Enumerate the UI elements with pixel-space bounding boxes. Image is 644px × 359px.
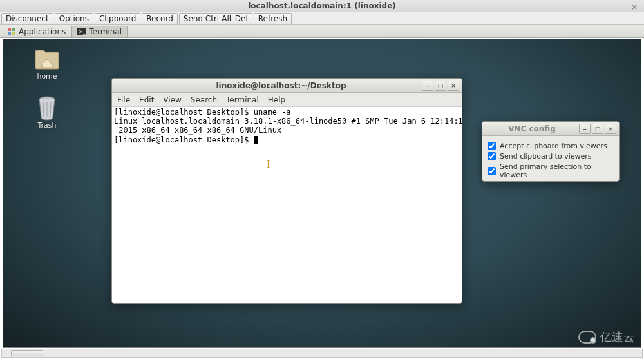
terminal-close-button[interactable]: × [448, 81, 459, 91]
terminal-line: Linux localhost.localdomain 3.18.1-x86_6… [114, 117, 462, 126]
home-label: home [26, 72, 68, 81]
trash-label: Trash [26, 121, 68, 130]
vnc-opt-accept-clipboard-checkbox[interactable] [488, 142, 496, 150]
remote-taskbar: Applications >_ Terminal [0, 25, 644, 38]
svg-rect-3 [12, 32, 15, 35]
vnc-opt-send-primary-checkbox[interactable] [488, 167, 496, 175]
refresh-button[interactable]: Refresh [254, 13, 292, 24]
svg-text:>_: >_ [79, 29, 86, 35]
svg-rect-0 [8, 28, 11, 31]
terminal-maximize-button[interactable]: □ [435, 81, 446, 91]
terminal-menu-edit[interactable]: Edit [139, 95, 154, 104]
vnc-config-window[interactable]: VNC config ‒ □ × Accept clipboard from v… [482, 121, 620, 182]
vnc-config-titlebar[interactable]: VNC config ‒ □ × [482, 122, 619, 136]
vnc-opt-send-primary-label: Send primary selection to viewers [500, 162, 614, 179]
terminal-minimize-button[interactable]: ‒ [422, 81, 433, 91]
terminal-icon: >_ [77, 27, 86, 36]
terminal-window[interactable]: linoxide@localhost:~/Desktop ‒ □ × File … [111, 78, 462, 304]
svg-rect-2 [8, 32, 11, 35]
applications-label: Applications [19, 27, 66, 36]
vnc-opt-send-primary[interactable]: Send primary selection to viewers [488, 162, 614, 179]
record-button[interactable]: Record [142, 13, 177, 24]
viewer-toolbar: Disconnect Options Clipboard Record Send… [0, 12, 644, 25]
desktop-icon-home[interactable]: home [26, 48, 68, 81]
vnc-config-title: VNC config [485, 124, 579, 133]
vnc-close-button[interactable]: × [605, 124, 616, 134]
vnc-opt-accept-clipboard-label: Accept clipboard from viewers [500, 142, 607, 150]
terminal-line: [linoxide@localhost Desktop]$ uname -a [114, 108, 291, 117]
terminal-cursor [254, 136, 258, 144]
taskbar-item-terminal[interactable]: >_ Terminal [71, 26, 128, 37]
svg-rect-1 [12, 28, 15, 31]
applications-menu-button[interactable]: Applications [1, 26, 71, 37]
vnc-opt-send-clipboard-label: Send clipboard to viewers [500, 152, 592, 160]
disconnect-button[interactable]: Disconnect [1, 13, 53, 24]
vnc-opt-send-clipboard[interactable]: Send clipboard to viewers [488, 152, 614, 160]
home-folder-icon [34, 48, 60, 70]
app-titlebar: localhost.localdomain:1 (linoxide) × [0, 0, 644, 12]
terminal-menu-search[interactable]: Search [191, 95, 217, 104]
send-ctrl-alt-del-button[interactable]: Send Ctrl-Alt-Del [179, 13, 252, 24]
vnc-config-body: Accept clipboard from viewers Send clipb… [482, 136, 619, 182]
terminal-menu-terminal[interactable]: Terminal [226, 95, 259, 104]
vnc-minimize-button[interactable]: ‒ [579, 124, 591, 134]
terminal-body[interactable]: [linoxide@localhost Desktop]$ uname -a L… [112, 107, 462, 303]
scrollbar-thumb[interactable] [11, 350, 43, 356]
vnc-opt-accept-clipboard[interactable]: Accept clipboard from viewers [488, 142, 614, 150]
terminal-line: 2015 x86_64 x86_64 x86_64 GNU/Linux [114, 126, 281, 135]
taskbar-terminal-label: Terminal [89, 27, 122, 36]
terminal-titlebar[interactable]: linoxide@localhost:~/Desktop ‒ □ × [112, 79, 462, 93]
text-cursor-icon: I [267, 160, 270, 169]
terminal-menu-file[interactable]: File [117, 95, 130, 104]
vnc-opt-send-clipboard-checkbox[interactable] [488, 152, 496, 160]
terminal-title: linoxide@localhost:~/Desktop [140, 81, 422, 90]
terminal-menu-help[interactable]: Help [268, 95, 285, 104]
vnc-maximize-button[interactable]: □ [592, 124, 603, 134]
desktop-icon-trash[interactable]: Trash [26, 97, 68, 130]
app-close-icon[interactable]: × [631, 1, 638, 14]
app-title: localhost.localdomain:1 (linoxide) [248, 1, 396, 10]
applications-icon [7, 27, 16, 36]
trash-icon [34, 97, 60, 119]
options-button[interactable]: Options [55, 13, 93, 24]
remote-desktop[interactable]: home Trash linoxide@localhost:~/Desktop … [3, 39, 641, 348]
terminal-menu-view[interactable]: View [163, 95, 181, 104]
viewer-horizontal-scrollbar[interactable] [1, 349, 643, 358]
clipboard-button[interactable]: Clipboard [95, 13, 140, 24]
terminal-prompt: [linoxide@localhost Desktop]$ [114, 135, 254, 144]
terminal-menubar: File Edit View Search Terminal Help [112, 93, 462, 107]
